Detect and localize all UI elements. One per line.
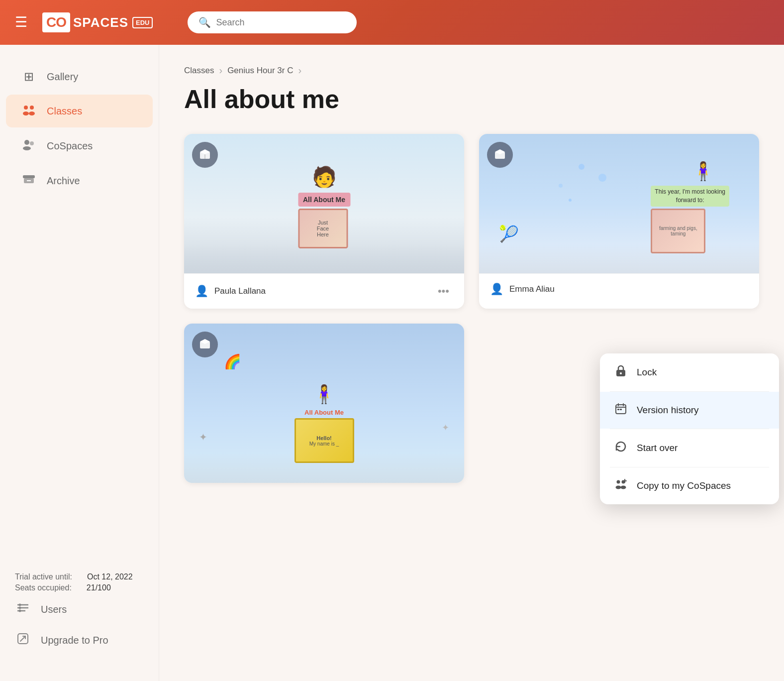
card-footer-2: 👤 Emma Aliau <box>479 273 759 305</box>
scene-1: All About Me JustFaceHere 🧑 <box>298 193 350 248</box>
search-icon: 🔍 <box>198 16 211 28</box>
card-thumbnail-2[interactable]: This year, I'm most lookingforward to: f… <box>479 134 759 273</box>
svg-point-34 <box>616 486 621 489</box>
breadcrumb-classes[interactable]: Classes <box>184 66 214 76</box>
page-title: All about me <box>184 84 759 114</box>
breadcrumb-genius-hour[interactable]: Genius Hour 3r C <box>227 66 293 76</box>
scene-3: All About Me Hello!My name is _ 🧍‍♀️ <box>294 409 354 463</box>
scene-2: This year, I'm most lookingforward to: f… <box>651 186 729 253</box>
main-layout: ⊞ Gallery Classes C <box>0 45 784 681</box>
card-user-1: 👤 Paula Lallana <box>195 285 266 298</box>
user-icon-2: 👤 <box>490 283 503 296</box>
sidebar-label-cospaces: CoSpaces <box>47 140 93 152</box>
gallery-icon: ⊞ <box>21 70 37 84</box>
trial-active-row: Trial active until: Oct 12, 2022 <box>15 572 144 581</box>
card-user-name-2: Emma Aliau <box>509 284 555 294</box>
colorful-3: ✦ <box>442 422 449 433</box>
dropdown-label-start-over: Start over <box>637 443 678 454</box>
tennis-ball: 🎾 <box>499 225 519 243</box>
sparkle-4 <box>569 199 572 202</box>
card-user-2: 👤 Emma Aliau <box>490 283 555 296</box>
logo-spaces-text: SPACES <box>73 15 128 30</box>
sidebar-label-gallery: Gallery <box>47 71 78 83</box>
sidebar-label-upgrade: Upgrade to Pro <box>41 635 108 646</box>
dropdown-label-lock: Lock <box>637 367 657 378</box>
dropdown-label-copy: Copy to my CoSpaces <box>637 480 731 491</box>
svg-point-6 <box>30 141 34 145</box>
card-emma: This year, I'm most lookingforward to: f… <box>479 134 759 309</box>
svg-point-25 <box>620 372 622 374</box>
sidebar-item-cospaces[interactable]: CoSpaces <box>6 129 153 162</box>
colorful-1: 🌈 <box>224 353 241 370</box>
card-student3: All About Me Hello!My name is _ 🧍‍♀️ 🌈 ✦… <box>184 324 464 483</box>
dropdown-item-start-over[interactable]: Start over <box>600 429 779 467</box>
seats-row: Seats occupied: 21/100 <box>15 583 144 592</box>
svg-point-3 <box>29 112 35 115</box>
hamburger-icon[interactable]: ☰ <box>15 15 27 29</box>
card-thumbnail-1[interactable]: All About Me JustFaceHere 🧑 <box>184 134 464 273</box>
sidebar-label-archive: Archive <box>47 175 80 187</box>
trial-value: Oct 12, 2022 <box>87 572 133 581</box>
dropdown-item-lock[interactable]: Lock <box>600 353 779 391</box>
classes-icon <box>21 104 37 118</box>
more-button-1[interactable]: ••• <box>434 283 453 300</box>
upgrade-icon <box>15 632 31 648</box>
svg-point-2 <box>23 112 29 115</box>
sparkle-2 <box>559 184 563 188</box>
sidebar-label-classes: Classes <box>47 106 82 117</box>
cospaces-icon <box>21 138 37 153</box>
card-thumbnail-3[interactable]: All About Me Hello!My name is _ 🧍‍♀️ 🌈 ✦… <box>184 324 464 483</box>
lock-icon <box>614 364 628 380</box>
logo: CO SPACES EDU <box>42 12 153 32</box>
card-paula: All About Me JustFaceHere 🧑 👤 Paula Lall… <box>184 134 464 309</box>
main-content: Classes › Genius Hour 3r C › All about m… <box>159 45 784 681</box>
user-icon-1: 👤 <box>195 285 208 298</box>
breadcrumb: Classes › Genius Hour 3r C › <box>184 65 759 76</box>
copy-icon <box>614 478 628 493</box>
svg-point-14 <box>19 607 21 609</box>
search-bar[interactable]: 🔍 <box>188 11 357 33</box>
calendar-icon <box>614 403 628 418</box>
archive-icon <box>21 173 37 188</box>
seats-label: Seats occupied: <box>15 583 72 592</box>
sidebar: ⊞ Gallery Classes C <box>0 45 159 681</box>
svg-rect-7 <box>23 175 35 178</box>
svg-point-4 <box>24 140 29 145</box>
svg-point-13 <box>19 604 21 606</box>
svg-point-1 <box>30 106 34 110</box>
svg-point-15 <box>19 610 21 612</box>
svg-rect-30 <box>617 409 619 410</box>
sparkle-1 <box>579 164 585 170</box>
breadcrumb-sep-2: › <box>298 65 301 76</box>
sidebar-item-archive[interactable]: Archive <box>6 164 153 197</box>
dropdown-menu: Lock Version history <box>600 353 779 504</box>
sidebar-item-users[interactable]: Users <box>15 594 144 624</box>
svg-point-32 <box>617 480 620 484</box>
svg-point-0 <box>24 106 28 110</box>
svg-point-5 <box>23 146 31 150</box>
logo-co-box: CO <box>42 12 70 32</box>
sidebar-bottom: Trial active until: Oct 12, 2022 Seats o… <box>0 563 159 666</box>
colorful-2: ✦ <box>199 431 207 443</box>
sidebar-item-gallery[interactable]: ⊞ Gallery <box>6 61 153 93</box>
dropdown-item-version-history[interactable]: Version history <box>600 392 779 429</box>
restart-icon <box>614 440 628 456</box>
sidebar-label-users: Users <box>41 604 67 615</box>
card-footer-1: 👤 Paula Lallana ••• <box>184 273 464 309</box>
dropdown-label-version-history: Version history <box>637 405 699 416</box>
users-icon <box>15 602 31 616</box>
cube-icon-3 <box>192 332 218 357</box>
search-input[interactable] <box>216 17 346 28</box>
card-user-name-1: Paula Lallana <box>214 286 266 296</box>
breadcrumb-sep-1: › <box>219 65 222 76</box>
svg-point-35 <box>621 486 626 489</box>
seats-value: 21/100 <box>87 583 111 592</box>
app-header: ☰ CO SPACES EDU 🔍 <box>0 0 784 45</box>
dropdown-item-copy[interactable]: Copy to my CoSpaces <box>600 467 779 504</box>
sidebar-item-upgrade[interactable]: Upgrade to Pro <box>15 624 144 656</box>
svg-rect-31 <box>620 409 622 410</box>
sidebar-item-classes[interactable]: Classes <box>6 95 153 127</box>
sparkle-3 <box>598 174 606 182</box>
trial-label: Trial active until: <box>15 572 72 581</box>
cube-icon-2 <box>487 142 513 168</box>
